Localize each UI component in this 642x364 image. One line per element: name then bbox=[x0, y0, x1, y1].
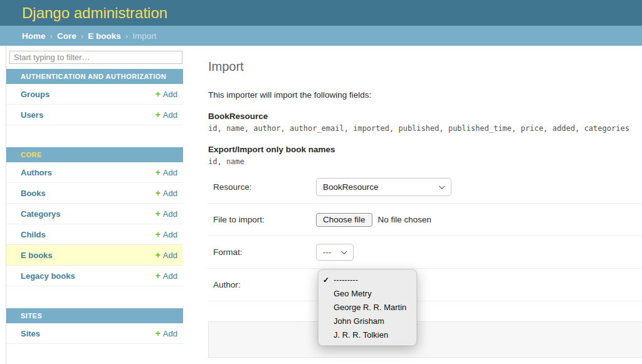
breadcrumb-core-link[interactable]: Core bbox=[57, 31, 76, 41]
plus-icon: + bbox=[155, 188, 160, 198]
resource-select[interactable]: BookResource bbox=[316, 178, 451, 196]
breadcrumb-separator: › bbox=[125, 31, 129, 41]
ebooks-add-link[interactable]: + Add bbox=[155, 250, 177, 260]
add-label: Add bbox=[163, 90, 177, 99]
nav-section-gap bbox=[6, 286, 183, 308]
checkmark-icon: ✓ bbox=[323, 273, 329, 287]
sidebar-item-childs[interactable]: Childs + Add bbox=[6, 224, 183, 245]
breadcrumb-separator: › bbox=[50, 31, 53, 41]
main-content: Import This importer will import the fol… bbox=[208, 46, 642, 364]
add-label: Add bbox=[163, 251, 177, 260]
form-row-author: Author: bbox=[208, 269, 642, 301]
books-add-link[interactable]: + Add bbox=[155, 188, 177, 198]
app-header: Django administration bbox=[0, 0, 642, 26]
submit-row bbox=[208, 321, 642, 358]
sidebar-item-users[interactable]: Users + Add bbox=[6, 105, 183, 125]
add-label: Add bbox=[163, 110, 177, 120]
breadcrumb-current: Import bbox=[132, 31, 156, 41]
add-label: Add bbox=[163, 168, 177, 177]
nav-sidebar: AUTHENTICATION AND AUTHORIZATION Groups … bbox=[6, 46, 183, 364]
chevron-down-icon bbox=[439, 183, 445, 189]
childs-link[interactable]: Childs bbox=[21, 230, 46, 239]
plus-icon: + bbox=[155, 229, 160, 239]
users-add-link[interactable]: + Add bbox=[155, 110, 177, 120]
author-option-john-grisham[interactable]: John Grisham bbox=[318, 315, 416, 328]
import-intro-text: This importer will import the following … bbox=[208, 90, 642, 100]
author-option-empty[interactable]: ✓ --------- bbox=[318, 273, 416, 287]
sites-add-link[interactable]: + Add bbox=[155, 328, 177, 338]
django-admin-page: Django administration Home › Core › E bo… bbox=[0, 0, 642, 364]
sidebar-item-authors[interactable]: Authors + Add bbox=[6, 162, 183, 183]
resource-fields-list: id, name, author, author_email, imported… bbox=[208, 124, 642, 133]
author-option-label: George R. R. Martin bbox=[334, 303, 406, 312]
books-link[interactable]: Books bbox=[21, 189, 46, 198]
plus-icon: + bbox=[155, 89, 160, 99]
categorys-link[interactable]: Categorys bbox=[21, 209, 61, 219]
plus-icon: + bbox=[155, 110, 160, 120]
plus-icon: + bbox=[155, 328, 160, 338]
sidebar-item-ebooks[interactable]: E books + Add bbox=[6, 245, 183, 266]
resource-field-label: Resource: bbox=[208, 182, 316, 192]
plus-icon: + bbox=[155, 250, 160, 260]
breadcrumb: Home › Core › E books › Import bbox=[0, 26, 642, 46]
legacy-books-add-link[interactable]: + Add bbox=[155, 271, 177, 281]
breadcrumb-ebooks-link[interactable]: E books bbox=[88, 31, 121, 41]
resource-name: BookResource bbox=[208, 112, 642, 121]
sidebar-toggle-column bbox=[0, 46, 6, 364]
categorys-add-link[interactable]: + Add bbox=[155, 209, 177, 219]
ebooks-link[interactable]: E books bbox=[21, 251, 53, 260]
format-field-label: Format: bbox=[208, 247, 316, 257]
author-option-label: J. R. R. Tolkien bbox=[334, 330, 388, 340]
nav-section-core: CORE Authors + Add Books + Add Ca bbox=[6, 147, 183, 286]
site-title-link[interactable]: Django administration bbox=[22, 4, 167, 22]
sidebar-filter-input[interactable] bbox=[9, 51, 182, 64]
resource-fields-list: id, name bbox=[208, 157, 642, 166]
author-option-tolkien[interactable]: J. R. R. Tolkien bbox=[318, 328, 416, 342]
choose-file-button[interactable]: Choose file bbox=[316, 213, 372, 227]
add-label: Add bbox=[163, 189, 177, 198]
author-option-label: --------- bbox=[334, 275, 358, 284]
add-label: Add bbox=[163, 209, 177, 219]
resource-name: Export/Import only book names bbox=[208, 145, 642, 154]
sidebar-item-legacy-books[interactable]: Legacy books + Add bbox=[6, 266, 183, 286]
nav-section-auth: AUTHENTICATION AND AUTHORIZATION Groups … bbox=[6, 69, 183, 125]
author-option-george-martin[interactable]: George R. R. Martin bbox=[318, 301, 416, 315]
sidebar-item-books[interactable]: Books + Add bbox=[6, 183, 183, 204]
authors-link[interactable]: Authors bbox=[21, 168, 52, 177]
nav-section-header: SITES bbox=[6, 308, 183, 323]
add-label: Add bbox=[163, 329, 177, 338]
page-title: Import bbox=[208, 60, 642, 74]
import-form: Resource: BookResource File to import: C… bbox=[208, 171, 642, 301]
users-link[interactable]: Users bbox=[21, 110, 43, 120]
file-field-label: File to import: bbox=[208, 215, 316, 224]
chevron-down-icon bbox=[341, 248, 347, 254]
nav-section-header: AUTHENTICATION AND AUTHORIZATION bbox=[6, 69, 183, 84]
breadcrumb-separator: › bbox=[81, 31, 84, 41]
legacy-books-link[interactable]: Legacy books bbox=[21, 271, 75, 281]
nav-section-gap bbox=[6, 125, 183, 147]
author-field-label: Author: bbox=[208, 280, 316, 289]
plus-icon: + bbox=[155, 271, 160, 281]
sidebar-item-groups[interactable]: Groups + Add bbox=[6, 84, 183, 105]
author-option-label: John Grisham bbox=[334, 316, 384, 326]
childs-add-link[interactable]: + Add bbox=[155, 229, 177, 239]
add-label: Add bbox=[163, 230, 177, 239]
form-row-file: File to import: Choose file No file chos… bbox=[208, 204, 642, 236]
form-row-format: Format: --- bbox=[208, 236, 642, 269]
resource-fields-block: BookResource id, name, author, author_em… bbox=[208, 112, 642, 166]
sites-link[interactable]: Sites bbox=[21, 329, 40, 338]
sidebar-item-sites[interactable]: Sites + Add bbox=[6, 323, 183, 344]
plus-icon: + bbox=[155, 209, 160, 219]
groups-add-link[interactable]: + Add bbox=[155, 89, 177, 99]
author-option-label: Geo Metry bbox=[334, 289, 372, 298]
breadcrumb-home-link[interactable]: Home bbox=[22, 31, 46, 41]
resource-select-value: BookResource bbox=[323, 182, 379, 192]
format-select[interactable]: --- bbox=[316, 244, 354, 261]
author-dropdown-popup: ✓ --------- Geo Metry George R. R. Marti… bbox=[318, 269, 417, 346]
sidebar-item-categorys[interactable]: Categorys + Add bbox=[6, 204, 183, 224]
groups-link[interactable]: Groups bbox=[21, 90, 50, 99]
add-label: Add bbox=[163, 271, 177, 281]
nav-section-sites: SITES Sites + Add bbox=[6, 308, 183, 344]
authors-add-link[interactable]: + Add bbox=[155, 167, 177, 177]
author-option-geo-metry[interactable]: Geo Metry bbox=[318, 287, 416, 301]
